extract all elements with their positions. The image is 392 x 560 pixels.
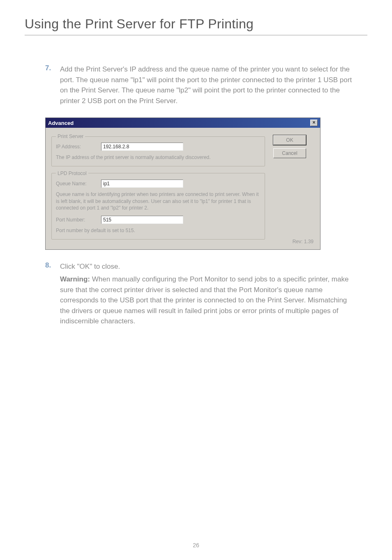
warning-paragraph: Warning: When manually configuring the P… <box>60 274 355 327</box>
revision-label: Rev: 1.39 <box>293 239 314 244</box>
warning-text: When manually configuring the Port Monit… <box>60 275 348 325</box>
port-number-label: Port Number: <box>56 217 101 223</box>
port-note: Port number by default is set to 515. <box>56 227 261 234</box>
step-8: 8. Click "OK" to close. <box>45 261 355 272</box>
page-number: 26 <box>0 542 392 548</box>
queue-name-input[interactable] <box>101 180 183 188</box>
close-icon[interactable]: × <box>310 120 318 126</box>
ip-address-input[interactable] <box>101 143 183 151</box>
step-number: 8. <box>45 261 60 272</box>
step-text: Click "OK" to close. <box>60 261 120 272</box>
port-number-input[interactable] <box>101 216 183 224</box>
ip-address-label: IP Address: <box>56 144 101 150</box>
step-7: 7. Add the Print Server's IP address and… <box>45 64 355 106</box>
queue-name-label: Queue Name: <box>56 181 101 187</box>
step-number: 7. <box>45 64 60 106</box>
step-text: Add the Print Server's IP address and th… <box>60 64 355 106</box>
print-server-group: Print Server IP Address: The IP address … <box>51 134 265 166</box>
titlebar-buttons: × <box>310 120 318 126</box>
print-server-legend: Print Server <box>56 134 85 139</box>
cancel-button[interactable]: Cancel <box>273 148 306 158</box>
dialog-title: Advanced <box>48 120 74 126</box>
lpd-legend: LPD Protocol <box>56 171 88 176</box>
ok-button[interactable]: OK <box>273 135 306 145</box>
queue-note: Queue name is for identifying printer wh… <box>56 191 261 212</box>
ip-note: The IP address of the print server is no… <box>56 154 261 161</box>
lpd-protocol-group: LPD Protocol Queue Name: Queue name is f… <box>51 171 265 240</box>
advanced-dialog: Advanced × Print Server IP Address: The … <box>45 118 321 250</box>
title-underline <box>25 35 367 35</box>
page-title: Using the Print Server for FTP Printing <box>25 16 367 32</box>
warning-label: Warning: <box>60 275 90 283</box>
titlebar: Advanced × <box>46 118 320 128</box>
